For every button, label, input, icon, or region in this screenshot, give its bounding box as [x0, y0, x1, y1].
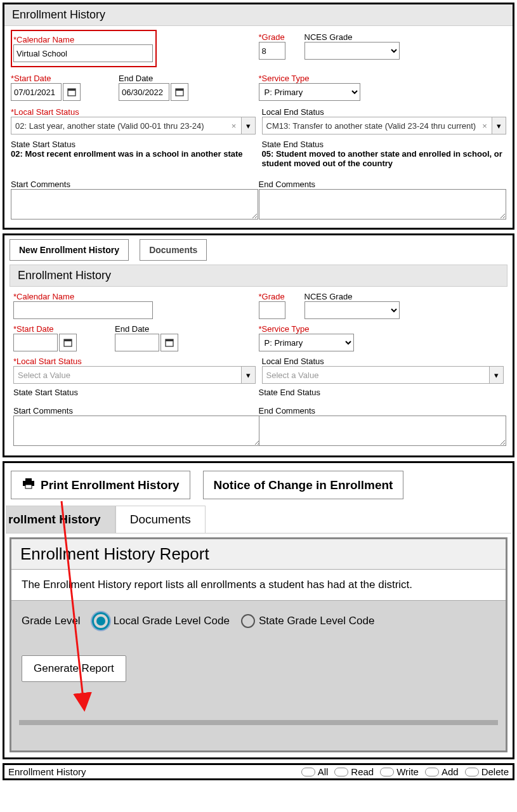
report-title: Enrollment History Report — [11, 539, 506, 570]
end-comments-label: End Comments — [259, 406, 504, 416]
local-start-status-combo[interactable]: 02: Last year, another state (Valid 00-0… — [11, 117, 256, 134]
printer-icon — [22, 478, 36, 492]
calendar-name-label: *Calendar Name — [13, 292, 259, 301]
calendar-icon[interactable] — [160, 334, 178, 351]
local-end-status-label: Local End Status — [262, 107, 507, 117]
local-start-status-label: *Local Start Status — [11, 107, 256, 117]
state-end-status-value: 05: Student moved to another state and e… — [262, 149, 507, 168]
start-comments-label: Start Comments — [11, 180, 259, 189]
calendar-icon[interactable] — [59, 334, 77, 351]
local-grade-radio[interactable] — [92, 612, 110, 630]
start-comments-textarea[interactable] — [11, 189, 258, 219]
panel2-title: Enrollment History — [10, 265, 507, 287]
end-date-label: End Date — [115, 324, 178, 334]
start-date-label: *Start Date — [11, 74, 81, 83]
calendar-name-input[interactable] — [13, 44, 153, 62]
start-date-input[interactable] — [11, 83, 62, 101]
perm-read-checkbox[interactable] — [334, 768, 348, 776]
panel-title: Enrollment History — [4, 4, 513, 26]
state-grade-radio[interactable] — [241, 614, 255, 628]
calendar-name-label: *Calendar Name — [13, 35, 153, 44]
documents-tab[interactable]: Documents — [140, 239, 207, 261]
state-start-status-label: State Start Status — [13, 388, 259, 397]
svg-rect-3 — [176, 89, 183, 91]
perm-write-checkbox[interactable] — [380, 768, 394, 776]
service-type-select[interactable]: P: Primary — [259, 83, 360, 101]
generate-report-button[interactable]: Generate Report — [22, 655, 126, 682]
nces-grade-select[interactable] — [304, 301, 400, 319]
report-description: The Enrollment History report lists all … — [11, 570, 506, 601]
clear-icon[interactable]: × — [227, 121, 241, 131]
svg-rect-7 — [166, 339, 173, 341]
end-comments-textarea[interactable] — [259, 189, 506, 219]
calendar-name-input[interactable] — [13, 301, 153, 319]
perm-add-checkbox[interactable] — [425, 768, 439, 776]
enrollment-history-panel-filled: Enrollment History *Calendar Name *Grade… — [3, 3, 514, 230]
svg-rect-1 — [68, 89, 75, 91]
svg-rect-5 — [64, 339, 72, 341]
new-enrollment-history-tab[interactable]: New Enrollment History — [10, 239, 129, 261]
start-date-label: *Start Date — [13, 324, 77, 334]
service-type-label: *Service Type — [259, 74, 507, 83]
chevron-down-icon[interactable]: ▾ — [489, 367, 503, 383]
chevron-down-icon[interactable]: ▾ — [241, 367, 255, 383]
local-start-status-combo[interactable]: Select a Value ▾ — [13, 366, 256, 384]
calendar-icon[interactable] — [171, 83, 188, 101]
local-end-status-combo[interactable]: CM13: Transfer to another state (Valid 2… — [262, 117, 507, 134]
local-end-status-label: Local End Status — [262, 357, 504, 366]
local-start-status-label: *Local Start Status — [13, 357, 256, 366]
notice-of-change-button[interactable]: Notice of Change in Enrollment — [203, 471, 404, 499]
print-enrollment-history-button[interactable]: Print Enrollment History — [11, 471, 190, 499]
documents-tab[interactable]: Documents — [115, 506, 206, 533]
svg-rect-10 — [25, 485, 32, 488]
grade-level-label: Grade Level — [22, 615, 81, 627]
clear-icon[interactable]: × — [478, 121, 492, 131]
chevron-down-icon[interactable]: ▾ — [492, 117, 506, 134]
state-end-status-label: State End Status — [262, 140, 507, 149]
end-date-label: End Date — [119, 74, 188, 83]
end-date-input[interactable] — [119, 83, 169, 101]
svg-rect-9 — [25, 478, 32, 481]
local-end-status-combo[interactable]: Select a Value ▾ — [262, 366, 504, 384]
chevron-down-icon[interactable]: ▾ — [241, 117, 255, 134]
nces-grade-label: NCES Grade — [304, 32, 400, 42]
end-date-input[interactable] — [115, 334, 159, 351]
permissions-title: Enrollment History — [8, 766, 295, 777]
grade-input[interactable] — [259, 42, 285, 60]
service-type-label: *Service Type — [259, 324, 504, 334]
end-comments-textarea[interactable] — [259, 416, 506, 446]
calendar-icon[interactable] — [63, 83, 81, 101]
state-end-status-label: State End Status — [259, 388, 504, 397]
new-enrollment-history-panel: New Enrollment History Documents Enrollm… — [3, 233, 514, 457]
permissions-row: Enrollment History All Read Write Add De… — [3, 763, 514, 780]
nces-grade-select[interactable] — [304, 42, 400, 60]
start-comments-textarea[interactable] — [13, 416, 261, 446]
perm-delete-checkbox[interactable] — [465, 768, 479, 776]
service-type-select[interactable]: P: Primary — [259, 334, 354, 351]
grade-input[interactable] — [259, 301, 285, 319]
grade-label: *Grade — [259, 32, 285, 42]
state-start-status-label: State Start Status — [11, 140, 256, 149]
end-comments-label: End Comments — [259, 180, 507, 189]
start-comments-label: Start Comments — [13, 406, 259, 416]
grade-label: *Grade — [259, 292, 285, 301]
state-start-status-value: 02: Most recent enrollment was in a scho… — [11, 149, 256, 159]
report-container: Enrollment History Report The Enrollment… — [10, 537, 507, 752]
print-report-panel: Print Enrollment History Notice of Chang… — [3, 461, 514, 759]
nces-grade-label: NCES Grade — [304, 292, 400, 301]
start-date-input[interactable] — [13, 334, 58, 351]
enrollment-history-tab[interactable]: rollment History — [6, 506, 115, 533]
perm-all-checkbox[interactable] — [301, 768, 315, 776]
